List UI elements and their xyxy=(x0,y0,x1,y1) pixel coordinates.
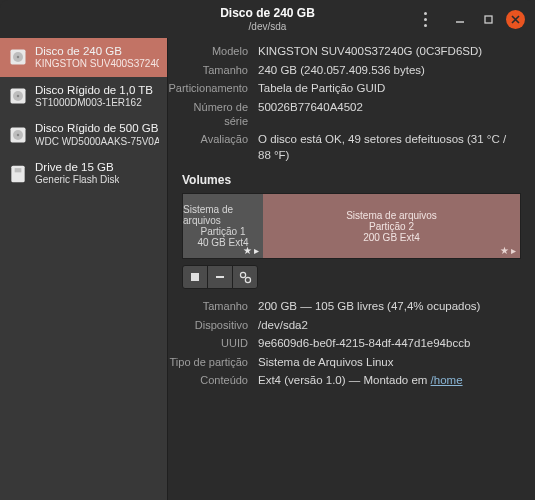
label-size: Tamanho xyxy=(168,63,258,78)
value-vol-size: 200 GB — 105 GB livres (47,4% ocupados) xyxy=(258,299,480,315)
titlebar: Disco de 240 GB /dev/sda xyxy=(0,0,535,38)
label-model: Modelo xyxy=(168,44,258,59)
disk-model: Generic Flash Disk xyxy=(35,174,119,186)
disk-name: Disco Rígido de 500 GB xyxy=(35,122,159,135)
svg-point-6 xyxy=(17,95,20,98)
label-assessment: Avaliação xyxy=(168,132,258,147)
hdd-icon xyxy=(8,125,28,145)
star-icon: ★ xyxy=(500,245,509,256)
disk-model: WDC WD5000AAKS-75V0A0 xyxy=(35,136,159,148)
svg-point-13 xyxy=(240,272,245,277)
sidebar-item-disk-2[interactable]: Disco Rígido de 500 GB WDC WD5000AAKS-75… xyxy=(0,115,167,154)
volume-toolbar xyxy=(182,265,521,289)
sidebar-item-disk-0[interactable]: Disco de 240 GB KINGSTON SUV400S37240G xyxy=(0,38,167,77)
svg-rect-11 xyxy=(15,168,22,172)
disk-name: Drive de 15 GB xyxy=(35,161,119,174)
svg-point-9 xyxy=(17,134,20,137)
menu-button[interactable] xyxy=(416,12,434,27)
device-sidebar: Disco de 240 GB KINGSTON SUV400S37240G D… xyxy=(0,38,168,500)
label-serial: Número de série xyxy=(168,100,258,130)
gear-button[interactable] xyxy=(232,265,258,289)
volumes-heading: Volumes xyxy=(182,173,521,187)
minimize-button[interactable] xyxy=(450,9,470,29)
play-icon: ▸ xyxy=(511,245,516,256)
value-partitioning: Tabela de Partição GUID xyxy=(258,81,385,97)
disk-model: ST1000DM003-1ER162 xyxy=(35,97,153,109)
value-content: Ext4 (versão 1.0) — Montado em /home xyxy=(258,373,463,389)
close-button[interactable] xyxy=(506,10,525,29)
hdd-icon xyxy=(8,47,28,67)
value-serial: 50026B77640A4502 xyxy=(258,100,363,116)
value-assessment: O disco está OK, 49 setores defeituosos … xyxy=(258,132,521,163)
label-content: Conteúdo xyxy=(168,373,258,388)
partition-1[interactable]: Sistema de arquivos Partição 1 40 GB Ext… xyxy=(183,194,263,258)
disk-name: Disco Rígido de 1,0 TB xyxy=(35,84,153,97)
partition-2[interactable]: Sistema de arquivos Partição 2 200 GB Ex… xyxy=(263,194,520,258)
stop-button[interactable] xyxy=(182,265,208,289)
main-panel: ModeloKINGSTON SUV400S37240G (0C3FD6SD) … xyxy=(168,38,535,500)
value-device: /dev/sda2 xyxy=(258,318,308,334)
svg-point-14 xyxy=(245,277,250,282)
star-icon: ★ xyxy=(243,245,252,256)
label-vol-size: Tamanho xyxy=(168,299,258,314)
value-size: 240 GB (240.057.409.536 bytes) xyxy=(258,63,425,79)
label-device: Dispositivo xyxy=(168,318,258,333)
play-icon: ▸ xyxy=(254,245,259,256)
hdd-icon xyxy=(8,86,28,106)
partition-map: Sistema de arquivos Partição 1 40 GB Ext… xyxy=(182,193,521,259)
disk-model: KINGSTON SUV400S37240G xyxy=(35,58,159,70)
svg-rect-12 xyxy=(191,273,199,281)
sidebar-item-disk-1[interactable]: Disco Rígido de 1,0 TB ST1000DM003-1ER16… xyxy=(0,77,167,116)
usb-drive-icon xyxy=(8,164,28,184)
label-partition-type: Tipo de partição xyxy=(168,355,258,370)
value-model: KINGSTON SUV400S37240G (0C3FD6SD) xyxy=(258,44,482,60)
svg-point-3 xyxy=(17,56,20,59)
maximize-button[interactable] xyxy=(478,9,498,29)
sidebar-item-disk-3[interactable]: Drive de 15 GB Generic Flash Disk xyxy=(0,154,167,193)
disk-name: Disco de 240 GB xyxy=(35,45,159,58)
svg-rect-0 xyxy=(485,16,492,23)
mount-point-link[interactable]: /home xyxy=(431,374,463,386)
value-partition-type: Sistema de Arquivos Linux xyxy=(258,355,394,371)
label-partitioning: Particionamento xyxy=(168,81,258,96)
remove-button[interactable] xyxy=(207,265,233,289)
label-uuid: UUID xyxy=(168,336,258,351)
value-uuid: 9e6609d6-be0f-4215-84df-447d1e94bccb xyxy=(258,336,470,352)
